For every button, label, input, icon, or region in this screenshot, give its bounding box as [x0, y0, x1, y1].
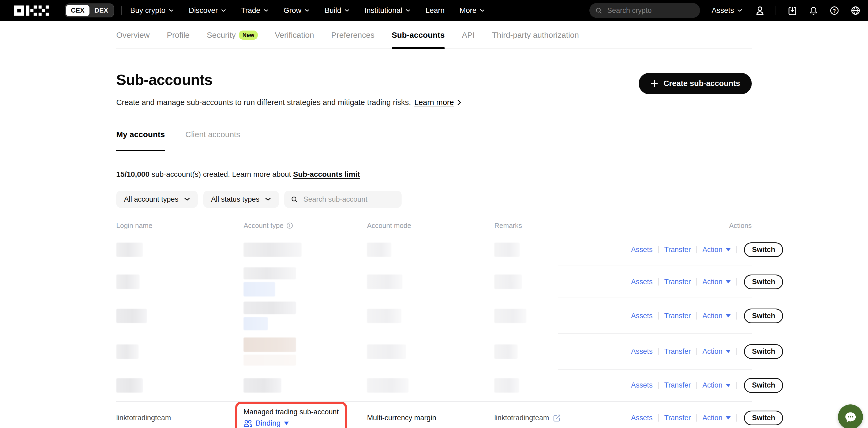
- triangle-down-icon: [726, 314, 731, 318]
- create-sub-accounts-button[interactable]: Create sub-accounts: [639, 73, 752, 95]
- switch-button[interactable]: Switch: [744, 274, 783, 290]
- switch-button[interactable]: Switch: [744, 378, 783, 393]
- switch-button[interactable]: Switch: [744, 242, 783, 257]
- tab-overview[interactable]: Overview: [116, 31, 150, 48]
- learn-more-link[interactable]: Learn more: [414, 98, 454, 107]
- search-crypto-input[interactable]: [606, 6, 694, 15]
- switch-button[interactable]: Switch: [744, 410, 783, 426]
- profile-icon[interactable]: [755, 6, 765, 15]
- redacted-cell: [244, 243, 302, 257]
- divider: [696, 414, 697, 422]
- chevron-down-icon: [264, 9, 269, 12]
- language-globe-icon[interactable]: [851, 6, 860, 15]
- redacted-cell: [494, 309, 526, 323]
- redacted-cell: [244, 378, 281, 393]
- transfer-link[interactable]: Transfer: [664, 312, 691, 320]
- table-row: Assets Transfer Action Switch: [116, 234, 752, 266]
- notifications-icon[interactable]: [809, 6, 818, 15]
- status-types-filter[interactable]: All status types: [203, 191, 279, 208]
- redacted-cell: [494, 344, 518, 359]
- action-dropdown[interactable]: Action: [703, 278, 731, 286]
- tab-third-party-authorization[interactable]: Third-party authorization: [492, 31, 579, 48]
- chevron-down-icon: [184, 197, 190, 201]
- action-dropdown[interactable]: Action: [703, 381, 731, 389]
- search-sub-account-box[interactable]: [284, 191, 402, 208]
- nav-institutional[interactable]: Institutional: [364, 6, 410, 15]
- okx-logo[interactable]: [14, 5, 49, 16]
- main-nav: Buy crypto Discover Trade Grow Build Ins…: [130, 6, 485, 15]
- download-app-icon[interactable]: [787, 6, 797, 15]
- table-row: Assets Transfer Action Switch: [116, 265, 752, 298]
- login-name: linktotradingteam: [116, 414, 244, 422]
- divider: [736, 414, 737, 422]
- nav-buy-crypto[interactable]: Buy crypto: [130, 6, 174, 15]
- transfer-link[interactable]: Transfer: [664, 278, 691, 286]
- switch-button[interactable]: Switch: [744, 308, 783, 324]
- assets-link[interactable]: Assets: [631, 348, 653, 356]
- account-type-value: Managed trading sub-account: [244, 408, 339, 416]
- nav-more[interactable]: More: [460, 6, 485, 15]
- assets-link[interactable]: Assets: [631, 245, 653, 254]
- action-dropdown[interactable]: Action: [703, 348, 731, 356]
- edit-icon[interactable]: [553, 414, 561, 422]
- redacted-cell: [116, 309, 147, 323]
- search-sub-account-input[interactable]: [302, 195, 395, 204]
- divider: [658, 312, 659, 320]
- tab-sub-accounts[interactable]: Sub-accounts: [392, 31, 445, 48]
- divider: [658, 348, 659, 355]
- tab-api[interactable]: API: [462, 31, 475, 48]
- assets-menu[interactable]: Assets: [712, 6, 742, 15]
- sub-accounts-limit-link[interactable]: Sub-accounts limit: [293, 170, 360, 178]
- assets-link[interactable]: Assets: [631, 381, 653, 389]
- assets-link[interactable]: Assets: [631, 278, 653, 286]
- header-actions: Actions: [631, 222, 752, 230]
- table-row: Assets Transfer Action Switch: [116, 334, 752, 370]
- redacted-cell: [244, 282, 275, 296]
- nav-learn[interactable]: Learn: [426, 6, 444, 15]
- header-login-name: Login name: [116, 222, 244, 230]
- transfer-link[interactable]: Transfer: [664, 348, 691, 356]
- triangle-down-icon: [726, 280, 731, 284]
- redacted-cell: [116, 378, 143, 393]
- divider: [658, 382, 659, 389]
- tab-verification[interactable]: Verification: [275, 31, 314, 48]
- binding-dropdown[interactable]: Binding: [244, 419, 339, 427]
- tab-client-accounts[interactable]: Client accounts: [185, 130, 240, 151]
- chevron-down-icon: [305, 9, 310, 12]
- nav-grow[interactable]: Grow: [283, 6, 310, 15]
- action-dropdown[interactable]: Action: [703, 414, 731, 422]
- tab-preferences[interactable]: Preferences: [331, 31, 374, 48]
- nav-build[interactable]: Build: [325, 6, 350, 15]
- tab-security[interactable]: SecurityNew: [207, 31, 258, 48]
- help-icon[interactable]: ?: [830, 6, 839, 15]
- action-dropdown[interactable]: Action: [703, 312, 731, 320]
- assets-link[interactable]: Assets: [631, 312, 653, 320]
- account-types-filter[interactable]: All account types: [116, 191, 198, 208]
- switch-button[interactable]: Switch: [744, 344, 783, 359]
- info-icon[interactable]: [286, 222, 293, 229]
- settings-tabs: Overview Profile SecurityNew Verificatio…: [116, 21, 752, 49]
- page-description: Create and manage sub-accounts to run di…: [116, 98, 461, 107]
- page-title: Sub-accounts: [116, 71, 461, 88]
- action-dropdown[interactable]: Action: [703, 245, 731, 254]
- header-account-mode: Account mode: [367, 222, 494, 230]
- chevron-down-icon: [737, 9, 742, 12]
- divider: [696, 278, 697, 286]
- support-chat-button[interactable]: [838, 404, 863, 428]
- divider: [736, 278, 737, 286]
- triangle-down-icon: [284, 422, 289, 425]
- tab-profile[interactable]: Profile: [167, 31, 190, 48]
- transfer-link[interactable]: Transfer: [664, 245, 691, 254]
- redacted-cell: [116, 243, 143, 257]
- nav-discover[interactable]: Discover: [189, 6, 226, 15]
- cex-toggle-button[interactable]: CEX: [66, 5, 90, 17]
- divider: [121, 6, 122, 15]
- assets-link[interactable]: Assets: [631, 414, 653, 422]
- tab-my-accounts[interactable]: My accounts: [116, 130, 165, 151]
- transfer-link[interactable]: Transfer: [664, 381, 691, 389]
- transfer-link[interactable]: Transfer: [664, 414, 691, 422]
- nav-trade[interactable]: Trade: [241, 6, 269, 15]
- search-crypto-box[interactable]: [589, 3, 700, 18]
- dex-toggle-button[interactable]: DEX: [90, 5, 113, 17]
- divider: [736, 246, 737, 253]
